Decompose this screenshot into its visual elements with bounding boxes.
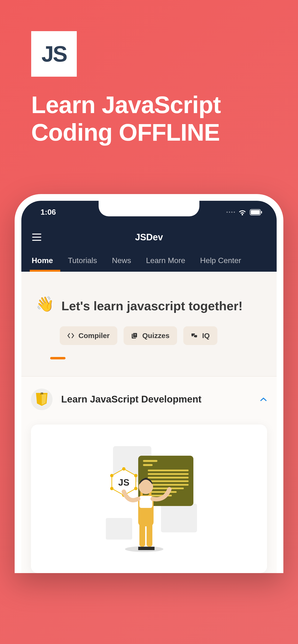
phone-screen: 1:06 JSDev (21, 201, 277, 573)
svg-rect-22 (148, 491, 177, 493)
svg-point-27 (134, 487, 137, 490)
tab-help-center[interactable]: Help Center (200, 253, 241, 272)
headline-line-1: Learn JavaScript (31, 91, 221, 118)
svg-rect-15 (143, 464, 153, 466)
svg-rect-2 (261, 211, 262, 214)
battery-icon (250, 209, 262, 216)
main-content: 👋 Let's learn javascript together! Compi… (21, 272, 277, 573)
chip-label: Compiler (78, 332, 110, 340)
nav-bar: JSDev Home Tutorials News Learn More Hel… (21, 224, 277, 272)
svg-point-25 (122, 467, 125, 470)
svg-rect-12 (106, 518, 132, 540)
svg-rect-18 (148, 477, 189, 478)
svg-rect-19 (148, 480, 189, 482)
svg-point-30 (110, 474, 113, 477)
chat-icon (191, 332, 198, 339)
cellular-dots-icon (226, 212, 235, 213)
menu-button[interactable] (30, 231, 44, 243)
course-card[interactable]: JS (31, 424, 267, 573)
learn-section: JS Learn JavaScript Development (21, 376, 277, 573)
hero-text: Let's learn javascript together! (61, 298, 243, 314)
js-shield-icon: JS (31, 388, 53, 410)
hero-chips: Compiler ? Quizzes IQ (60, 326, 262, 345)
wave-emoji-icon: 👋 (36, 296, 54, 312)
status-time: 1:06 (41, 208, 56, 216)
chip-label: IQ (202, 332, 210, 340)
course-illustration: JS (89, 441, 209, 556)
scroll-indicator (50, 357, 66, 360)
quiz-icon: ? (131, 332, 138, 339)
section-title: Learn JavaScript Development (61, 394, 251, 405)
hero-section: 👋 Let's learn javascript together! Compi… (21, 272, 277, 376)
svg-rect-11 (161, 504, 197, 532)
svg-text:JS: JS (40, 392, 43, 395)
svg-rect-16 (148, 470, 189, 471)
chip-quizzes[interactable]: ? Quizzes (123, 326, 177, 345)
js-logo-text: JS (42, 42, 67, 66)
js-logo-tile: JS (31, 31, 77, 77)
tab-tutorials[interactable]: Tutorials (68, 253, 97, 272)
svg-text:?: ? (134, 333, 136, 337)
svg-point-29 (110, 487, 113, 490)
chevron-up-icon (260, 397, 267, 402)
svg-point-26 (134, 474, 137, 477)
tab-bar: Home Tutorials News Learn More Help Cent… (30, 253, 268, 272)
headline-line-2: Coding OFFLINE (31, 119, 220, 146)
headline: Learn JavaScript Coding OFFLINE (31, 91, 267, 146)
tab-learn-more[interactable]: Learn More (146, 253, 185, 272)
svg-rect-20 (148, 484, 189, 486)
svg-rect-14 (143, 460, 158, 462)
chip-label: Quizzes (142, 332, 169, 340)
phone-notch (99, 201, 199, 216)
svg-rect-21 (148, 488, 184, 489)
hamburger-icon (32, 234, 41, 241)
section-header[interactable]: JS Learn JavaScript Development (31, 388, 267, 410)
svg-rect-1 (251, 210, 260, 214)
tab-news[interactable]: News (112, 253, 131, 272)
status-indicators (226, 209, 262, 216)
chip-iq[interactable]: IQ (183, 326, 217, 345)
svg-text:JS: JS (118, 478, 129, 488)
svg-rect-3 (32, 234, 41, 234)
svg-rect-17 (148, 473, 189, 475)
svg-rect-4 (32, 237, 41, 238)
tab-home[interactable]: Home (32, 253, 53, 272)
app-title: JSDev (135, 232, 163, 242)
chip-compiler[interactable]: Compiler (60, 326, 117, 345)
svg-rect-38 (139, 496, 152, 508)
code-icon (67, 333, 74, 338)
phone-frame: 1:06 JSDev (15, 194, 283, 573)
promo-header: JS Learn JavaScript Coding OFFLINE (0, 0, 298, 146)
svg-rect-5 (32, 240, 41, 241)
wifi-icon (238, 209, 246, 216)
